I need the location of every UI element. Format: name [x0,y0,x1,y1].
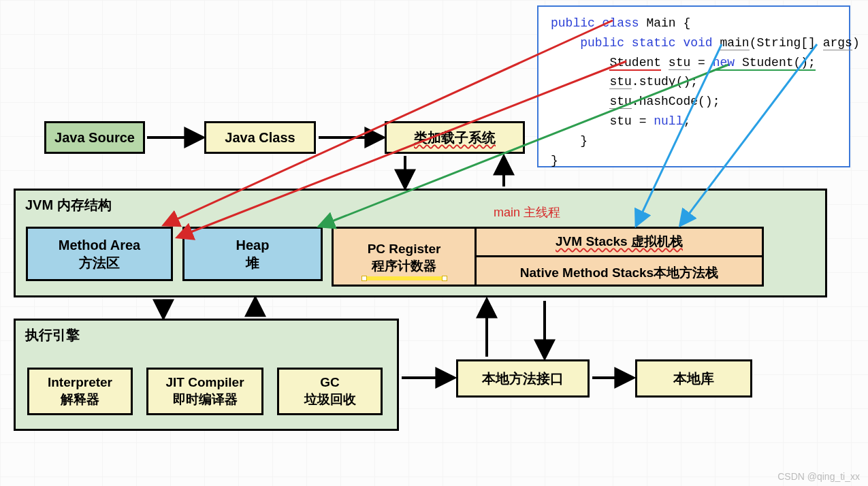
classloader-box: 类加载子系统 [385,121,525,154]
c-l3a: Student [609,56,661,71]
c-l4b: .study(); [632,75,698,88]
java-class-box: Java Class [204,121,316,154]
classloader-label: 类加载子系统 [414,129,496,146]
c-l4a: stu [609,75,631,89]
method-area-box: Method Area 方法区 [26,227,173,281]
native-stacks-label: Native Method Stacks本地方法栈 [520,265,718,282]
pc-register-cell: PC Register 程序计数器 [334,229,477,287]
gc-box: GC 垃圾回收 [277,368,383,415]
native-if-label: 本地方法接口 [482,370,564,387]
native-lib-box: 本地库 [635,359,752,398]
c-l1a: public class [551,16,639,30]
c-l7: } [580,134,588,148]
gc-cn: 垃圾回收 [304,391,356,408]
java-source-label: Java Source [54,129,135,146]
jit-en: JIT Compiler [165,374,244,391]
java-source-box: Java Source [44,121,145,154]
main-thread-label: main 主线程 [494,204,560,221]
c-l2d: args [823,36,852,50]
jvm-stacks-cell: JVM Stacks 虚拟机栈 [477,229,762,257]
method-area-cn: 方法区 [79,254,120,272]
jvm-memory-title: JVM 内存结构 [25,196,112,214]
c-l6d: ; [683,114,690,128]
c-l8: } [551,154,558,167]
c-l5b: .hashCode(); [632,95,720,108]
java-class-label: Java Class [225,129,295,146]
c-l3d: new [713,56,735,71]
heap-en: Heap [236,236,270,254]
interpreter-box: Interpreter 解释器 [27,368,133,415]
watermark: CSDN @qing_ti_xx [777,471,860,482]
c-l3b: stu [669,56,690,70]
heap-cn: 堆 [246,254,259,272]
jvm-stacks-label: JVM Stacks 虚拟机栈 [556,233,683,250]
pc-en: PC Register [368,241,441,258]
c-l2c: (String[] [750,36,823,50]
interp-en: Interpreter [48,374,112,391]
jit-cn: 即时编译器 [173,391,238,408]
c-l6a: st [609,114,624,128]
c-l6b: u = [624,114,654,128]
interp-cn: 解释器 [61,391,99,408]
method-area-en: Method Area [59,236,140,254]
exec-engine-title: 执行引擎 [25,326,80,344]
thread-box: PC Register 程序计数器 JVM Stacks 虚拟机栈 Native… [332,227,764,287]
gc-en: GC [320,374,340,391]
code-panel: public class Main { public static void m… [537,5,850,167]
c-l2a: public static void [580,36,712,50]
c-l2e: ) { [852,36,868,50]
c-l5a: stu [609,95,631,109]
c-l3e: Student(); [735,56,816,71]
jit-box: JIT Compiler 即时编译器 [146,368,263,415]
c-l6c: null [654,114,683,128]
c-l1b: Main { [639,16,691,30]
native-lib-label: 本地库 [673,370,714,387]
heap-box: Heap 堆 [182,227,323,281]
c-l2b: main [720,36,749,50]
c-l3c: = [690,56,712,69]
native-interface-box: 本地方法接口 [456,359,590,398]
native-stacks-cell: Native Method Stacks本地方法栈 [477,259,762,287]
